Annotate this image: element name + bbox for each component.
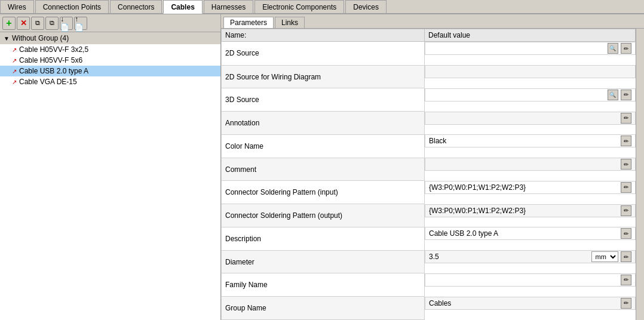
cable-icon-3: ↗ [12, 79, 17, 85]
param-name-2: 3D Source [222, 88, 425, 112]
param-value-1 [425, 65, 636, 78]
param-value-2: 🔍✏ [425, 88, 636, 101]
cable-tree: ▼ Without Group (4) ↗ Cable H05VV-F 3x2,… [0, 32, 220, 320]
tree-item-label-3: Cable VGA DE-15 [19, 78, 77, 86]
param-btn2-11[interactable]: ✏ [621, 298, 631, 309]
param-value-7: {W3:P0;W0:P1;W1:P2;W2:P3}✏ [425, 204, 636, 217]
import-button[interactable]: ↓📄 [60, 17, 73, 30]
param-row-0: 2D Source🔍✏ [222, 42, 636, 66]
param-btn2-7[interactable]: ✏ [621, 205, 631, 216]
col-name: Name: [222, 29, 425, 42]
tree-item-0[interactable]: ↗ Cable H05VV-F 3x2,5 [0, 44, 220, 55]
param-btn2-0[interactable]: ✏ [621, 43, 631, 54]
param-name-0: 2D Source [222, 42, 425, 66]
params-table-area: Name: Default value 2D Source🔍✏2D Source… [221, 29, 644, 320]
param-name-7: Connector Soldering Pattern (output) [222, 204, 425, 227]
param-row-11: Group NameCables✏ [222, 297, 636, 320]
param-value-11: Cables✏ [425, 297, 636, 310]
param-value-8: Cable USB 2.0 type A✏ [425, 227, 636, 240]
scrollbar[interactable] [636, 29, 644, 320]
cable-icon-1: ↗ [12, 57, 17, 64]
param-name-10: Family Name [222, 273, 425, 297]
cable-icon-2: ↗ [12, 68, 17, 75]
add-button[interactable]: + [2, 17, 16, 30]
param-name-11: Group Name [222, 297, 425, 320]
cable-icon-0: ↗ [12, 47, 17, 53]
param-tab-bar: Parameters Links [221, 14, 644, 29]
param-btn2-10[interactable]: ✏ [621, 275, 631, 285]
param-name-9: Diameter [222, 250, 425, 273]
param-btn1-2[interactable]: 🔍 [608, 90, 618, 100]
param-value-text-6: {W3:P0;W0:P1;W1:P2;W2:P3} [429, 183, 526, 192]
tree-item-3[interactable]: ↗ Cable VGA DE-15 [0, 76, 220, 87]
copy2-button[interactable]: ⧉ [45, 17, 59, 30]
param-btn2-4[interactable]: ✏ [621, 136, 631, 146]
param-btn2-6[interactable]: ✏ [621, 182, 631, 193]
param-name-6: Connector Soldering Pattern (input) [222, 181, 425, 204]
copy-button[interactable]: ⧉ [31, 17, 44, 30]
tab-parameters[interactable]: Parameters [223, 17, 274, 28]
tree-item-label-0: Cable H05VV-F 3x2,5 [19, 45, 88, 54]
param-name-1: 2D Source for Wiring Diagram [222, 65, 425, 88]
param-row-9: Diameter3.5mm✏ [222, 250, 636, 273]
main-tab-bar: Wires Connection Points Connectors Cable… [0, 0, 644, 14]
tree-item-2[interactable]: ↗ Cable USB 2.0 type A [0, 66, 220, 76]
param-value-10: ✏ [425, 273, 636, 287]
tab-wires[interactable]: Wires [0, 0, 34, 13]
tab-electronic-components[interactable]: Electronic Components [254, 0, 344, 13]
param-btn2-3[interactable]: ✏ [621, 113, 631, 124]
tree-item-label-1: Cable H05VV-F 5x6 [19, 56, 82, 64]
col-value: Default value [425, 29, 636, 42]
param-value-text-9: 3.5 [429, 253, 439, 261]
param-name-4: Color Name [222, 134, 425, 158]
tree-item-label-2: Cable USB 2.0 type A [19, 67, 88, 75]
export-button[interactable]: ↑📄 [74, 17, 87, 30]
param-value-text-8: Cable USB 2.0 type A [429, 229, 498, 238]
params-table: Name: Default value 2D Source🔍✏2D Source… [221, 29, 636, 320]
param-row-8: DescriptionCable USB 2.0 type A✏ [222, 227, 636, 250]
param-row-3: Annotation✏ [222, 112, 636, 135]
param-btn2-2[interactable]: ✏ [621, 90, 631, 100]
param-value-6: {W3:P0;W0:P1;W1:P2;W2:P3}✏ [425, 181, 636, 194]
param-row-6: Connector Soldering Pattern (input){W3:P… [222, 181, 636, 204]
param-value-4: Black✏ [425, 134, 636, 147]
tab-devices[interactable]: Devices [345, 0, 387, 13]
main-layout: + ✕ ⧉ ⧉ ↓📄 ↑📄 ▼ Without Group (4) [0, 14, 644, 320]
param-row-7: Connector Soldering Pattern (output){W3:… [222, 204, 636, 227]
param-value-3: ✏ [425, 112, 636, 125]
tab-links[interactable]: Links [275, 17, 305, 28]
param-name-5: Comment [222, 158, 425, 181]
tab-harnesses[interactable]: Harnesses [204, 0, 253, 13]
left-panel: + ✕ ⧉ ⧉ ↓📄 ↑📄 ▼ Without Group (4) [0, 14, 221, 320]
tab-connection-points[interactable]: Connection Points [35, 0, 109, 13]
param-value-text-7: {W3:P0;W0:P1;W1:P2;W2:P3} [429, 207, 526, 215]
param-row-1: 2D Source for Wiring Diagram [222, 65, 636, 88]
tab-connectors[interactable]: Connectors [110, 0, 162, 13]
param-btn2-5[interactable]: ✏ [621, 159, 631, 170]
param-name-3: Annotation [222, 112, 425, 135]
param-btn1-0[interactable]: 🔍 [608, 43, 618, 54]
left-toolbar: + ✕ ⧉ ⧉ ↓📄 ↑📄 [0, 14, 220, 32]
param-value-text-11: Cables [429, 299, 451, 307]
param-row-5: Comment✏ [222, 158, 636, 181]
tree-item-1[interactable]: ↗ Cable H05VV-F 5x6 [0, 55, 220, 66]
param-value-0: 🔍✏ [425, 42, 636, 55]
param-row-2: 3D Source🔍✏ [222, 88, 636, 112]
param-name-8: Description [222, 227, 425, 250]
group-expand-icon[interactable]: ▼ [4, 35, 10, 42]
param-btn2-9[interactable]: ✏ [621, 251, 631, 262]
param-value-5: ✏ [425, 158, 636, 171]
param-btn2-8[interactable]: ✏ [621, 228, 631, 239]
right-panel: Parameters Links Name: Default value 2D … [221, 14, 644, 320]
param-row-4: Color NameBlack✏ [222, 134, 636, 158]
group-label: Without Group (4) [12, 34, 69, 42]
param-value-text-4: Black [429, 137, 446, 145]
tab-cables[interactable]: Cables [163, 0, 202, 14]
param-value-9: 3.5mm✏ [425, 250, 636, 263]
unit-select-9[interactable]: mm [591, 251, 618, 262]
delete-button[interactable]: ✕ [17, 17, 30, 30]
tree-group: ▼ Without Group (4) [0, 32, 220, 44]
param-row-10: Family Name✏ [222, 273, 636, 297]
